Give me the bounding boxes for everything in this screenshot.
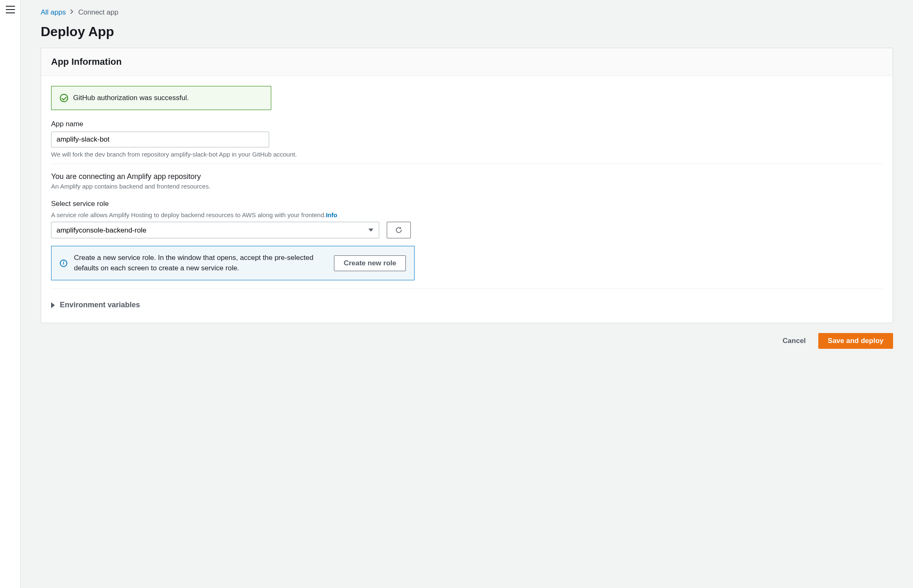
side-nav	[0, 0, 21, 588]
caret-right-icon	[51, 302, 55, 308]
footer-actions: Cancel Save and deploy	[41, 333, 893, 349]
app-name-label: App name	[51, 120, 883, 128]
app-name-input[interactable]	[51, 132, 269, 147]
refresh-icon	[395, 226, 403, 234]
service-role-label: Select service role	[51, 200, 883, 208]
field-app-name: App name We will fork the dev branch fro…	[51, 120, 883, 158]
create-role-callout: i Create a new service role. In the wind…	[51, 246, 415, 280]
service-role-help: A service role allows Amplify Hosting to…	[51, 211, 883, 218]
create-new-role-button[interactable]: Create new role	[334, 255, 406, 271]
env-vars-label: Environment variables	[60, 301, 140, 309]
chevron-right-icon	[70, 9, 74, 16]
menu-toggle-icon[interactable]	[6, 6, 15, 13]
check-circle-icon	[60, 94, 68, 102]
info-link[interactable]: Info	[326, 211, 337, 218]
breadcrumb-root-link[interactable]: All apps	[41, 8, 66, 17]
service-role-select-wrap: amplifyconsole-backend-role	[51, 222, 379, 238]
callout-text: Create a new service role. In the window…	[74, 253, 327, 273]
app-name-help: We will fork the dev branch from reposit…	[51, 151, 883, 158]
connecting-heading: You are connecting an Amplify app reposi…	[51, 172, 883, 181]
cancel-button[interactable]: Cancel	[778, 333, 811, 348]
refresh-button[interactable]	[387, 222, 411, 238]
service-role-select[interactable]: amplifyconsole-backend-role	[51, 222, 379, 238]
panel-header: App Information	[41, 48, 893, 76]
env-vars-expander[interactable]: Environment variables	[51, 297, 883, 313]
info-icon: i	[60, 260, 67, 267]
page-title: Deploy App	[41, 24, 893, 39]
alert-success-text: GitHub authorization was successful.	[73, 94, 189, 102]
app-info-panel: App Information GitHub authorization was…	[41, 48, 893, 323]
alert-success: GitHub authorization was successful.	[51, 86, 271, 110]
panel-title: App Information	[51, 56, 883, 67]
field-service-role: Select service role A service role allow…	[51, 200, 883, 238]
save-and-deploy-button[interactable]: Save and deploy	[818, 333, 893, 349]
divider-2	[51, 289, 883, 289]
main-content: All apps Connect app Deploy App App Info…	[21, 0, 913, 588]
connecting-sub: An Amplify app contains backend and fron…	[51, 183, 883, 190]
breadcrumb: All apps Connect app	[41, 8, 893, 17]
divider	[51, 164, 883, 164]
breadcrumb-current: Connect app	[78, 8, 118, 17]
